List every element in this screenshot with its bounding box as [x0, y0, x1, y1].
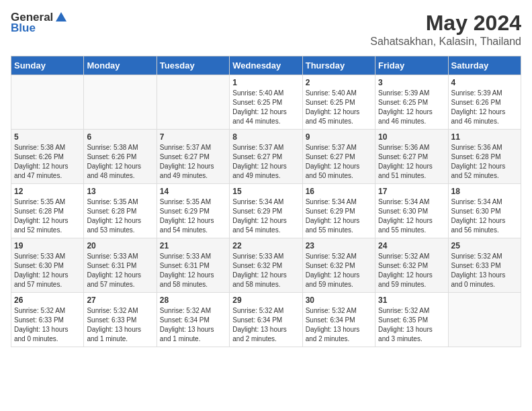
- calendar-cell: 25Sunrise: 5:32 AM Sunset: 6:33 PM Dayli…: [448, 238, 521, 293]
- day-info: Sunrise: 5:32 AM Sunset: 6:33 PM Dayligh…: [14, 306, 81, 344]
- day-number: 26: [14, 295, 81, 305]
- calendar-cell: 7Sunrise: 5:37 AM Sunset: 6:27 PM Daylig…: [157, 130, 229, 184]
- calendar-cell: 31Sunrise: 5:32 AM Sunset: 6:35 PM Dayli…: [375, 293, 448, 347]
- day-number: 9: [306, 132, 372, 142]
- calendar-cell: 22Sunrise: 5:33 AM Sunset: 6:32 PM Dayli…: [230, 238, 302, 293]
- day-info: Sunrise: 5:35 AM Sunset: 6:28 PM Dayligh…: [87, 197, 153, 235]
- day-number: 10: [378, 132, 445, 142]
- day-number: 16: [306, 187, 372, 196]
- weekday-header-sunday: Sunday: [11, 56, 84, 75]
- day-number: 6: [87, 132, 153, 142]
- day-info: Sunrise: 5:33 AM Sunset: 6:31 PM Dayligh…: [160, 252, 226, 289]
- calendar-cell: 18Sunrise: 5:34 AM Sunset: 6:30 PM Dayli…: [448, 184, 521, 238]
- calendar-cell: 4Sunrise: 5:39 AM Sunset: 6:26 PM Daylig…: [448, 75, 521, 130]
- day-number: 17: [378, 187, 445, 196]
- header: General Blue May 2024 Sahatsakhan, Kalas…: [11, 11, 521, 48]
- day-info: Sunrise: 5:34 AM Sunset: 6:29 PM Dayligh…: [232, 197, 299, 235]
- day-info: Sunrise: 5:36 AM Sunset: 6:27 PM Dayligh…: [378, 143, 445, 181]
- day-info: Sunrise: 5:38 AM Sunset: 6:26 PM Dayligh…: [87, 143, 153, 181]
- calendar-cell: [11, 75, 84, 130]
- weekday-header-thursday: Thursday: [302, 56, 375, 75]
- day-info: Sunrise: 5:33 AM Sunset: 6:32 PM Dayligh…: [232, 252, 299, 289]
- calendar-cell: 21Sunrise: 5:33 AM Sunset: 6:31 PM Dayli…: [157, 238, 229, 293]
- calendar-cell: 23Sunrise: 5:32 AM Sunset: 6:32 PM Dayli…: [302, 238, 375, 293]
- calendar-cell: 8Sunrise: 5:37 AM Sunset: 6:27 PM Daylig…: [230, 130, 302, 184]
- day-info: Sunrise: 5:36 AM Sunset: 6:28 PM Dayligh…: [451, 143, 518, 181]
- day-number: 22: [232, 241, 299, 250]
- day-number: 20: [87, 241, 153, 250]
- day-number: 12: [14, 187, 81, 196]
- day-number: 5: [14, 132, 81, 142]
- calendar-cell: [448, 293, 521, 347]
- day-info: Sunrise: 5:34 AM Sunset: 6:30 PM Dayligh…: [378, 197, 445, 235]
- day-number: 4: [451, 78, 518, 87]
- day-number: 23: [306, 241, 372, 250]
- calendar-cell: [157, 75, 229, 130]
- day-number: 15: [232, 187, 299, 196]
- svg-marker-0: [56, 12, 66, 21]
- day-info: Sunrise: 5:40 AM Sunset: 6:25 PM Dayligh…: [306, 89, 372, 126]
- day-info: Sunrise: 5:33 AM Sunset: 6:30 PM Dayligh…: [14, 252, 81, 289]
- day-number: 3: [378, 78, 445, 87]
- calendar-cell: 2Sunrise: 5:40 AM Sunset: 6:25 PM Daylig…: [302, 75, 375, 130]
- calendar-cell: 9Sunrise: 5:37 AM Sunset: 6:27 PM Daylig…: [302, 130, 375, 184]
- page-title: May 2024: [370, 11, 521, 36]
- calendar-cell: 10Sunrise: 5:36 AM Sunset: 6:27 PM Dayli…: [375, 130, 448, 184]
- day-info: Sunrise: 5:32 AM Sunset: 6:34 PM Dayligh…: [232, 306, 299, 344]
- logo-blue-text: Blue: [11, 21, 36, 35]
- calendar-week-row: 5Sunrise: 5:38 AM Sunset: 6:26 PM Daylig…: [11, 130, 521, 184]
- weekday-header-row: SundayMondayTuesdayWednesdayThursdayFrid…: [11, 56, 521, 75]
- day-number: 25: [451, 241, 518, 250]
- day-number: 1: [232, 78, 299, 87]
- day-number: 27: [87, 295, 153, 305]
- day-info: Sunrise: 5:32 AM Sunset: 6:34 PM Dayligh…: [160, 306, 226, 344]
- calendar-cell: 5Sunrise: 5:38 AM Sunset: 6:26 PM Daylig…: [11, 130, 84, 184]
- day-info: Sunrise: 5:32 AM Sunset: 6:32 PM Dayligh…: [306, 252, 372, 289]
- day-number: 21: [160, 241, 226, 250]
- day-number: 7: [160, 132, 226, 142]
- calendar-cell: 11Sunrise: 5:36 AM Sunset: 6:28 PM Dayli…: [448, 130, 521, 184]
- page-subtitle: Sahatsakhan, Kalasin, Thailand: [370, 36, 521, 48]
- calendar-cell: 27Sunrise: 5:32 AM Sunset: 6:33 PM Dayli…: [84, 293, 157, 347]
- day-number: 2: [306, 78, 372, 87]
- logo-icon: [54, 11, 68, 24]
- day-info: Sunrise: 5:32 AM Sunset: 6:35 PM Dayligh…: [378, 306, 445, 344]
- day-number: 24: [378, 241, 445, 250]
- weekday-header-tuesday: Tuesday: [157, 56, 229, 75]
- day-info: Sunrise: 5:38 AM Sunset: 6:26 PM Dayligh…: [14, 143, 81, 181]
- day-number: 28: [160, 295, 226, 305]
- title-area: May 2024 Sahatsakhan, Kalasin, Thailand: [370, 11, 521, 48]
- day-info: Sunrise: 5:32 AM Sunset: 6:33 PM Dayligh…: [451, 252, 518, 289]
- calendar-cell: 3Sunrise: 5:39 AM Sunset: 6:25 PM Daylig…: [375, 75, 448, 130]
- calendar-table: SundayMondayTuesdayWednesdayThursdayFrid…: [11, 56, 521, 347]
- day-number: 13: [87, 187, 153, 196]
- day-number: 31: [378, 295, 445, 305]
- weekday-header-monday: Monday: [84, 56, 157, 75]
- calendar-cell: 14Sunrise: 5:35 AM Sunset: 6:29 PM Dayli…: [157, 184, 229, 238]
- day-info: Sunrise: 5:32 AM Sunset: 6:34 PM Dayligh…: [306, 306, 372, 344]
- calendar-cell: 17Sunrise: 5:34 AM Sunset: 6:30 PM Dayli…: [375, 184, 448, 238]
- calendar-cell: 6Sunrise: 5:38 AM Sunset: 6:26 PM Daylig…: [84, 130, 157, 184]
- day-info: Sunrise: 5:32 AM Sunset: 6:33 PM Dayligh…: [87, 306, 153, 344]
- day-number: 30: [306, 295, 372, 305]
- weekday-header-friday: Friday: [375, 56, 448, 75]
- calendar-cell: 12Sunrise: 5:35 AM Sunset: 6:28 PM Dayli…: [11, 184, 84, 238]
- day-number: 29: [232, 295, 299, 305]
- calendar-cell: 24Sunrise: 5:32 AM Sunset: 6:32 PM Dayli…: [375, 238, 448, 293]
- day-info: Sunrise: 5:33 AM Sunset: 6:31 PM Dayligh…: [87, 252, 153, 289]
- weekday-header-wednesday: Wednesday: [230, 56, 302, 75]
- calendar-cell: 26Sunrise: 5:32 AM Sunset: 6:33 PM Dayli…: [11, 293, 84, 347]
- calendar-cell: 29Sunrise: 5:32 AM Sunset: 6:34 PM Dayli…: [230, 293, 302, 347]
- logo: General Blue: [11, 11, 68, 35]
- day-info: Sunrise: 5:35 AM Sunset: 6:29 PM Dayligh…: [160, 197, 226, 235]
- calendar-cell: 19Sunrise: 5:33 AM Sunset: 6:30 PM Dayli…: [11, 238, 84, 293]
- day-info: Sunrise: 5:34 AM Sunset: 6:30 PM Dayligh…: [451, 197, 518, 235]
- day-number: 8: [232, 132, 299, 142]
- day-info: Sunrise: 5:35 AM Sunset: 6:28 PM Dayligh…: [14, 197, 81, 235]
- day-info: Sunrise: 5:37 AM Sunset: 6:27 PM Dayligh…: [232, 143, 299, 181]
- calendar-cell: 20Sunrise: 5:33 AM Sunset: 6:31 PM Dayli…: [84, 238, 157, 293]
- day-info: Sunrise: 5:39 AM Sunset: 6:25 PM Dayligh…: [378, 89, 445, 126]
- day-number: 14: [160, 187, 226, 196]
- calendar-cell: 28Sunrise: 5:32 AM Sunset: 6:34 PM Dayli…: [157, 293, 229, 347]
- day-info: Sunrise: 5:34 AM Sunset: 6:29 PM Dayligh…: [306, 197, 372, 235]
